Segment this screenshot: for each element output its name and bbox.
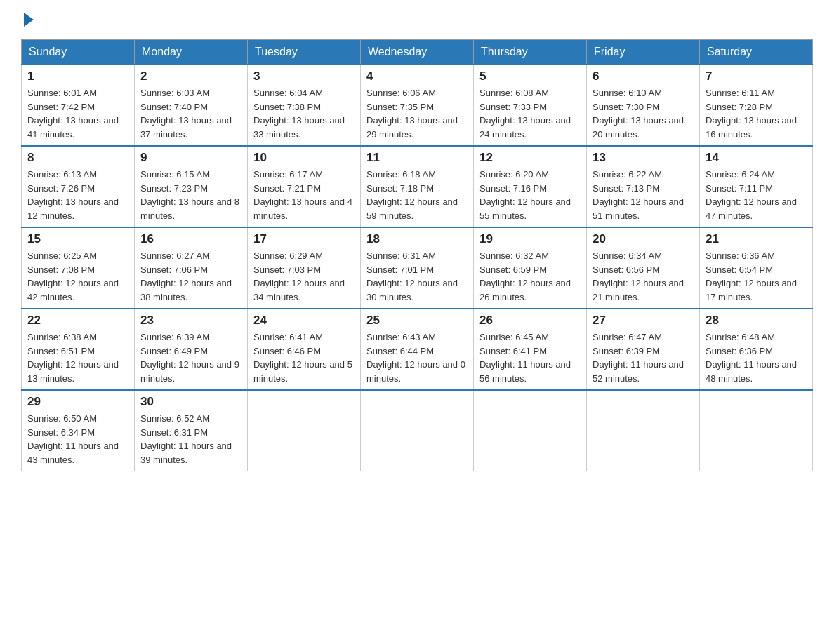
table-row: 17 Sunrise: 6:29 AM Sunset: 7:03 PM Dayl…: [248, 227, 361, 309]
logo-arrow-icon: [24, 13, 34, 27]
table-row: 27 Sunrise: 6:47 AM Sunset: 6:39 PM Dayl…: [587, 309, 700, 390]
table-row: 15 Sunrise: 6:25 AM Sunset: 7:08 PM Dayl…: [22, 227, 135, 309]
day-info: Sunrise: 6:31 AM Sunset: 7:01 PM Dayligh…: [366, 249, 468, 304]
table-row: 7 Sunrise: 6:11 AM Sunset: 7:28 PM Dayli…: [700, 65, 813, 146]
table-row: 23 Sunrise: 6:39 AM Sunset: 6:49 PM Dayl…: [135, 309, 248, 390]
day-info: Sunrise: 6:47 AM Sunset: 6:39 PM Dayligh…: [593, 330, 694, 385]
day-info: Sunrise: 6:24 AM Sunset: 7:11 PM Dayligh…: [706, 168, 807, 222]
table-row: [474, 390, 587, 471]
table-row: 12 Sunrise: 6:20 AM Sunset: 7:16 PM Dayl…: [474, 146, 587, 227]
col-tuesday: Tuesday: [248, 40, 361, 65]
col-thursday: Thursday: [474, 40, 587, 65]
day-info: Sunrise: 6:27 AM Sunset: 7:06 PM Dayligh…: [140, 249, 241, 304]
table-row: 8 Sunrise: 6:13 AM Sunset: 7:26 PM Dayli…: [22, 146, 135, 227]
day-number: 23: [140, 314, 241, 328]
table-row: 21 Sunrise: 6:36 AM Sunset: 6:54 PM Dayl…: [700, 227, 813, 309]
day-number: 12: [479, 151, 581, 165]
day-info: Sunrise: 6:45 AM Sunset: 6:41 PM Dayligh…: [479, 330, 581, 385]
table-row: [361, 390, 474, 471]
day-number: 5: [479, 69, 581, 83]
table-row: 13 Sunrise: 6:22 AM Sunset: 7:13 PM Dayl…: [587, 146, 700, 227]
day-info: Sunrise: 6:36 AM Sunset: 6:54 PM Dayligh…: [706, 249, 807, 304]
table-row: 28 Sunrise: 6:48 AM Sunset: 6:36 PM Dayl…: [700, 309, 813, 390]
table-row: 11 Sunrise: 6:18 AM Sunset: 7:18 PM Dayl…: [361, 146, 474, 227]
page-header: [21, 14, 813, 27]
col-sunday: Sunday: [22, 40, 135, 65]
day-number: 15: [27, 232, 128, 246]
calendar-week-row: 29 Sunrise: 6:50 AM Sunset: 6:34 PM Dayl…: [22, 390, 813, 471]
day-number: 27: [593, 314, 694, 328]
day-info: Sunrise: 6:01 AM Sunset: 7:42 PM Dayligh…: [27, 86, 128, 141]
day-info: Sunrise: 6:48 AM Sunset: 6:36 PM Dayligh…: [706, 330, 807, 385]
day-info: Sunrise: 6:13 AM Sunset: 7:26 PM Dayligh…: [27, 168, 128, 222]
day-info: Sunrise: 6:34 AM Sunset: 6:56 PM Dayligh…: [593, 249, 694, 304]
table-row: 24 Sunrise: 6:41 AM Sunset: 6:46 PM Dayl…: [248, 309, 361, 390]
day-info: Sunrise: 6:04 AM Sunset: 7:38 PM Dayligh…: [253, 86, 355, 141]
col-monday: Monday: [135, 40, 248, 65]
day-number: 25: [366, 314, 468, 328]
day-number: 21: [706, 232, 807, 246]
day-number: 10: [253, 151, 355, 165]
day-info: Sunrise: 6:50 AM Sunset: 6:34 PM Dayligh…: [27, 412, 128, 467]
table-row: 30 Sunrise: 6:52 AM Sunset: 6:31 PM Dayl…: [135, 390, 248, 471]
day-info: Sunrise: 6:17 AM Sunset: 7:21 PM Dayligh…: [253, 168, 355, 222]
table-row: 18 Sunrise: 6:31 AM Sunset: 7:01 PM Dayl…: [361, 227, 474, 309]
table-row: 5 Sunrise: 6:08 AM Sunset: 7:33 PM Dayli…: [474, 65, 587, 146]
day-number: 24: [253, 314, 355, 328]
day-info: Sunrise: 6:22 AM Sunset: 7:13 PM Dayligh…: [593, 168, 694, 222]
calendar-week-row: 8 Sunrise: 6:13 AM Sunset: 7:26 PM Dayli…: [22, 146, 813, 227]
calendar-week-row: 1 Sunrise: 6:01 AM Sunset: 7:42 PM Dayli…: [22, 65, 813, 146]
day-number: 13: [593, 151, 694, 165]
day-number: 22: [27, 314, 128, 328]
table-row: 29 Sunrise: 6:50 AM Sunset: 6:34 PM Dayl…: [22, 390, 135, 471]
day-info: Sunrise: 6:03 AM Sunset: 7:40 PM Dayligh…: [140, 86, 241, 141]
day-info: Sunrise: 6:38 AM Sunset: 6:51 PM Dayligh…: [27, 330, 128, 385]
day-info: Sunrise: 6:20 AM Sunset: 7:16 PM Dayligh…: [479, 168, 581, 222]
day-number: 4: [366, 69, 468, 83]
day-info: Sunrise: 6:43 AM Sunset: 6:44 PM Dayligh…: [366, 330, 468, 385]
day-number: 18: [366, 232, 468, 246]
day-info: Sunrise: 6:10 AM Sunset: 7:30 PM Dayligh…: [593, 86, 694, 141]
col-wednesday: Wednesday: [361, 40, 474, 65]
logo: [21, 14, 34, 27]
table-row: [248, 390, 361, 471]
day-info: Sunrise: 6:52 AM Sunset: 6:31 PM Dayligh…: [140, 412, 241, 467]
day-number: 6: [593, 69, 694, 83]
table-row: 9 Sunrise: 6:15 AM Sunset: 7:23 PM Dayli…: [135, 146, 248, 227]
table-row: 4 Sunrise: 6:06 AM Sunset: 7:35 PM Dayli…: [361, 65, 474, 146]
day-info: Sunrise: 6:39 AM Sunset: 6:49 PM Dayligh…: [140, 330, 241, 385]
day-number: 7: [706, 69, 807, 83]
day-info: Sunrise: 6:15 AM Sunset: 7:23 PM Dayligh…: [140, 168, 241, 222]
table-row: [700, 390, 813, 471]
day-number: 3: [253, 69, 355, 83]
calendar-table: Sunday Monday Tuesday Wednesday Thursday…: [21, 39, 813, 471]
day-info: Sunrise: 6:06 AM Sunset: 7:35 PM Dayligh…: [366, 86, 468, 141]
day-number: 2: [140, 69, 241, 83]
calendar-header-row: Sunday Monday Tuesday Wednesday Thursday…: [22, 40, 813, 65]
day-info: Sunrise: 6:11 AM Sunset: 7:28 PM Dayligh…: [706, 86, 807, 141]
table-row: 26 Sunrise: 6:45 AM Sunset: 6:41 PM Dayl…: [474, 309, 587, 390]
day-number: 14: [706, 151, 807, 165]
col-friday: Friday: [587, 40, 700, 65]
col-saturday: Saturday: [700, 40, 813, 65]
day-number: 28: [706, 314, 807, 328]
day-number: 26: [479, 314, 581, 328]
table-row: 1 Sunrise: 6:01 AM Sunset: 7:42 PM Dayli…: [22, 65, 135, 146]
day-number: 16: [140, 232, 241, 246]
day-number: 29: [27, 395, 128, 409]
table-row: 20 Sunrise: 6:34 AM Sunset: 6:56 PM Dayl…: [587, 227, 700, 309]
day-info: Sunrise: 6:29 AM Sunset: 7:03 PM Dayligh…: [253, 249, 355, 304]
day-info: Sunrise: 6:18 AM Sunset: 7:18 PM Dayligh…: [366, 168, 468, 222]
day-number: 11: [366, 151, 468, 165]
table-row: 14 Sunrise: 6:24 AM Sunset: 7:11 PM Dayl…: [700, 146, 813, 227]
day-info: Sunrise: 6:32 AM Sunset: 6:59 PM Dayligh…: [479, 249, 581, 304]
table-row: 2 Sunrise: 6:03 AM Sunset: 7:40 PM Dayli…: [135, 65, 248, 146]
day-number: 1: [27, 69, 128, 83]
table-row: 22 Sunrise: 6:38 AM Sunset: 6:51 PM Dayl…: [22, 309, 135, 390]
table-row: 19 Sunrise: 6:32 AM Sunset: 6:59 PM Dayl…: [474, 227, 587, 309]
day-number: 19: [479, 232, 581, 246]
table-row: 25 Sunrise: 6:43 AM Sunset: 6:44 PM Dayl…: [361, 309, 474, 390]
day-number: 20: [593, 232, 694, 246]
day-info: Sunrise: 6:25 AM Sunset: 7:08 PM Dayligh…: [27, 249, 128, 304]
table-row: [587, 390, 700, 471]
